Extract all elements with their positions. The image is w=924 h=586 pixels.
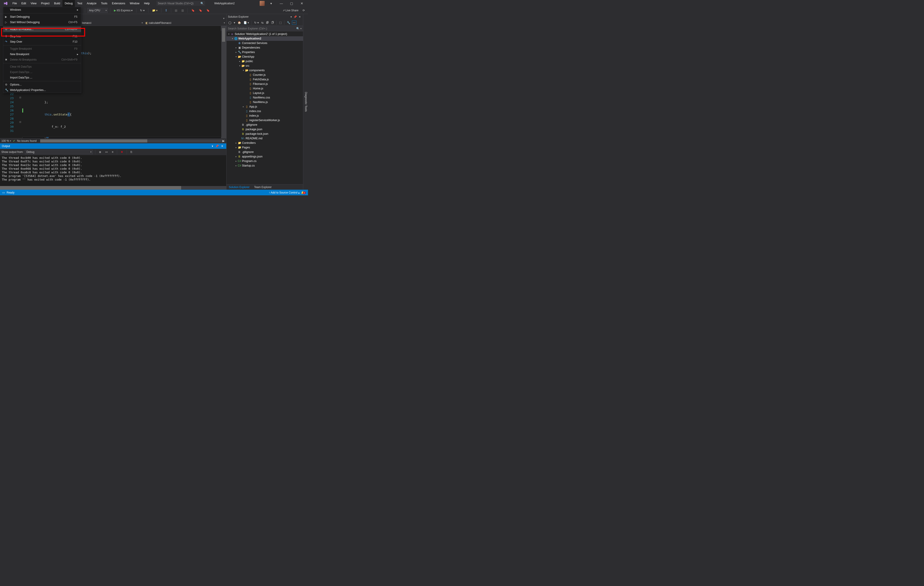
go-to-icon[interactable]: ✖ [119,150,124,154]
back-icon[interactable]: ◯ [228,21,232,25]
feedback-icon[interactable]: ⟳ [301,8,306,13]
copy-icon[interactable]: 🗍 [270,21,275,25]
tree-node[interactable]: 🗎package.json [226,127,303,132]
menu-attach-to-process[interactable]: ⚙Attach to Process...Ctrl+Alt+P [3,26,81,32]
pin-icon[interactable]: 📌 [214,145,220,148]
tree-node[interactable]: ▯Home.js [226,86,303,91]
menu-step-into[interactable]: ↧Step IntoF11 [3,34,81,39]
editor-tabs-overflow[interactable]: ▾ [221,17,226,20]
output-header[interactable]: Output ▾ 📌 ✕ [0,143,226,149]
caption-button[interactable]: ▾ [266,2,276,5]
refresh-button[interactable]: ↻ ▾ [139,8,146,13]
tree-node[interactable]: 🗎.gitignore [226,122,303,127]
menu-project[interactable]: Project [39,0,52,7]
collapse-icon[interactable]: ⇆ [260,21,264,25]
bookmark-icon[interactable]: 🔖 [190,8,196,13]
tab-team-explorer[interactable]: Team Explorer [252,184,274,190]
solution-explorer-header[interactable]: Solution Explorer ▾ 📌 ✕ [226,14,303,20]
menu-start-debugging[interactable]: ▶Start DebuggingF5 [3,14,81,20]
menu-analyze[interactable]: Analyze [84,0,99,7]
step-into-icon[interactable]: ↧ [163,8,168,13]
se-search-input[interactable]: Search Solution Explorer (Ctrl+;) 🔍 ▾ [226,26,303,31]
tree-node[interactable]: ▯registerServiceWorker.js [226,118,303,122]
menu-start-without-debugging[interactable]: ▷Start Without DebuggingCtrl+F5 [3,20,81,25]
tree-node[interactable]: ▾📂ClientApp [226,54,303,59]
close-button[interactable]: ✕ [297,2,307,5]
diagnostic-tools-tab[interactable]: Diagnostic Tools [303,14,308,190]
breadcrumb-class[interactable]: bonacci [81,21,144,25]
home-icon[interactable]: 🏠 [237,21,242,25]
refresh-icon[interactable]: ↻ ▾ [253,21,259,25]
output-source-combo[interactable]: Debug [25,150,93,154]
tree-node[interactable]: ▸▣Dependencies [226,45,303,50]
breadcrumb-member[interactable]: ◧ calculateFibonacci [144,21,226,25]
properties-icon[interactable]: ⬚ [278,21,282,25]
bookmark-next-icon[interactable]: 🔖 [205,8,211,13]
notifications-icon[interactable]: 🔔2 [300,191,306,194]
tree-node[interactable]: ▾📂src [226,64,303,68]
tree-node[interactable]: ▯Fibonacci.js [226,82,303,86]
menu-project-properties[interactable]: 🔧WebApplication2 Properties... [3,87,81,93]
tree-node[interactable]: ▯NavMenu.js [226,100,303,104]
menu-tools[interactable]: Tools [99,0,110,7]
show-all-icon[interactable]: 🗐 [265,21,270,25]
tree-node[interactable]: ▸C#Program.cs [226,159,303,163]
tree-node[interactable]: 🗎package-lock.json [226,132,303,136]
menu-window[interactable]: Window [127,0,142,7]
maximize-button[interactable]: ▢ [286,2,297,5]
auto-scroll-icon[interactable]: ≡ [110,150,115,154]
tree-node[interactable]: ▸📁Pages [226,145,303,150]
bookmark-prev-icon[interactable]: 🔖 [198,8,204,13]
se-dropdown-icon[interactable]: ▾ [290,15,293,18]
menu-import-datatips[interactable]: Import DataTips ... [3,75,81,80]
sync-icon[interactable]: 📑 ▾ [243,21,250,25]
run-button[interactable]: ▶IIS Express ▾ [112,8,134,13]
tree-node[interactable]: ▯index.css [226,109,303,114]
live-share-button[interactable]: ↗ Live Share [281,8,300,13]
tree-node[interactable]: ▾⧈Solution 'WebApplication2' (1 of 1 pro… [226,32,303,36]
menu-debug[interactable]: Debug [63,0,75,7]
menu-new-breakpoint[interactable]: New Breakpoint [3,51,81,57]
tree-node[interactable]: ▸▯App.js [226,104,303,109]
menu-windows[interactable]: Windows [3,7,81,13]
close-icon[interactable]: ✕ [220,145,224,148]
browserlink-button[interactable]: 📁 ▾ [151,8,159,13]
menu-help[interactable]: Help [142,0,152,7]
tree-node[interactable]: 🗎.gitignore [226,150,303,154]
output-horizontal-scrollbar[interactable] [0,186,226,190]
output-text[interactable]: The thread 0xcb00 has exited with code 0… [0,155,226,186]
tree-node[interactable]: ▸C#Startup.cs [226,163,303,168]
menu-extensions[interactable]: Extensions [110,0,127,7]
indent-icon[interactable]: ▥ [180,8,185,13]
tree-node[interactable]: ▾📂components [226,68,303,72]
output-dropdown-icon[interactable]: ▾ [211,145,214,148]
tree-node[interactable]: ⊕Connected Services [226,41,303,45]
menu-file[interactable]: File [10,0,19,7]
tree-node[interactable]: ▾🌐WebApplication2 [226,36,303,41]
menu-test[interactable]: Test [75,0,84,7]
tree-node[interactable]: ▸📁public [226,59,303,64]
tree-node[interactable]: ▸🔧Properties [226,50,303,54]
menu-view[interactable]: View [28,0,39,7]
preview-icon[interactable]: — [292,21,297,25]
tree-node[interactable]: M↓README.md [226,136,303,141]
toggle-wrap-icon[interactable]: ↤ [104,150,109,154]
vertical-scrollbar[interactable] [221,26,226,138]
clear-output-icon[interactable]: ≣ [97,150,102,154]
tree-node[interactable]: ▯NavMenu.css [226,95,303,100]
pin-icon[interactable]: 📌 [293,15,298,18]
wrench-icon[interactable]: 🔧 [286,21,291,25]
platform-combo[interactable]: Any CPU [87,8,108,13]
tree-node[interactable]: ▯index.js [226,114,303,118]
menu-build[interactable]: Build [52,0,63,7]
zoom-combo[interactable]: 100 % ▾ [2,139,11,142]
solution-tree[interactable]: ▾⧈Solution 'WebApplication2' (1 of 1 pro… [226,31,303,184]
close-icon[interactable]: ✕ [298,15,302,18]
tree-node[interactable]: ▯Layout.js [226,91,303,95]
global-search-input[interactable]: Search Visual Studio (Ctrl+Q) 🔍 [157,1,205,6]
horizontal-scrollbar[interactable]: ◀▶ [40,139,225,142]
forward-icon[interactable]: ▾ [233,21,236,25]
tree-node[interactable]: ▯FetchData.js [226,77,303,82]
user-avatar[interactable] [260,1,265,6]
menu-options[interactable]: ⚙Options... [3,82,81,87]
